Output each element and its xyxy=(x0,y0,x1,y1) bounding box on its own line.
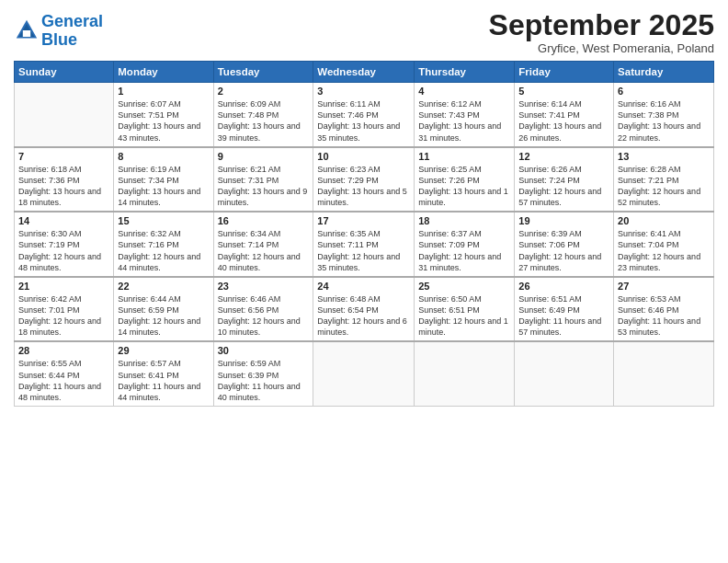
calendar-cell xyxy=(515,341,614,406)
day-number: 8 xyxy=(118,151,209,162)
day-info: Sunrise: 6:26 AMSunset: 7:24 PMDaylight:… xyxy=(518,164,609,209)
day-number: 12 xyxy=(518,151,609,162)
day-info: Sunrise: 6:28 AMSunset: 7:21 PMDaylight:… xyxy=(618,164,710,209)
weekday-header-saturday: Saturday xyxy=(614,62,714,83)
day-number: 17 xyxy=(317,215,410,226)
day-info: Sunrise: 6:09 AMSunset: 7:48 PMDaylight:… xyxy=(218,98,310,144)
day-info: Sunrise: 6:46 AMSunset: 6:56 PMDaylight:… xyxy=(218,293,310,339)
calendar-cell: 6Sunrise: 6:16 AMSunset: 7:38 PMDaylight… xyxy=(614,83,714,147)
calendar-cell xyxy=(15,83,114,147)
day-info: Sunrise: 6:12 AMSunset: 7:43 PMDaylight:… xyxy=(418,98,510,144)
calendar-cell: 15Sunrise: 6:32 AMSunset: 7:16 PMDayligh… xyxy=(114,212,213,277)
calendar-cell: 26Sunrise: 6:51 AMSunset: 6:49 PMDayligh… xyxy=(515,277,614,342)
calendar-cell: 5Sunrise: 6:14 AMSunset: 7:41 PMDaylight… xyxy=(515,83,614,147)
day-number: 11 xyxy=(418,151,510,162)
calendar-cell: 11Sunrise: 6:25 AMSunset: 7:26 PMDayligh… xyxy=(415,147,515,213)
calendar-cell: 2Sunrise: 6:09 AMSunset: 7:48 PMDaylight… xyxy=(213,83,313,147)
day-info: Sunrise: 6:30 AMSunset: 7:19 PMDaylight:… xyxy=(18,228,109,273)
calendar-week-row: 1Sunrise: 6:07 AMSunset: 7:51 PMDaylight… xyxy=(15,83,714,147)
calendar-cell: 20Sunrise: 6:41 AMSunset: 7:04 PMDayligh… xyxy=(614,212,714,277)
calendar-cell: 24Sunrise: 6:48 AMSunset: 6:54 PMDayligh… xyxy=(313,277,415,342)
calendar: SundayMondayTuesdayWednesdayThursdayFrid… xyxy=(14,61,714,407)
calendar-cell xyxy=(614,341,714,406)
day-info: Sunrise: 6:39 AMSunset: 7:06 PMDaylight:… xyxy=(518,228,609,273)
day-number: 6 xyxy=(618,86,710,97)
day-number: 1 xyxy=(118,86,209,97)
day-number: 28 xyxy=(18,345,109,356)
calendar-week-row: 7Sunrise: 6:18 AMSunset: 7:36 PMDaylight… xyxy=(15,147,714,213)
weekday-header-wednesday: Wednesday xyxy=(313,62,415,83)
day-info: Sunrise: 6:07 AMSunset: 7:51 PMDaylight:… xyxy=(118,98,209,144)
day-info: Sunrise: 6:42 AMSunset: 7:01 PMDaylight:… xyxy=(18,293,109,339)
logo-icon xyxy=(14,17,40,43)
day-number: 4 xyxy=(418,86,510,97)
calendar-cell: 14Sunrise: 6:30 AMSunset: 7:19 PMDayligh… xyxy=(15,212,114,277)
day-number: 7 xyxy=(18,151,109,162)
day-number: 18 xyxy=(418,215,510,226)
day-info: Sunrise: 6:53 AMSunset: 6:46 PMDaylight:… xyxy=(618,293,710,339)
calendar-cell: 18Sunrise: 6:37 AMSunset: 7:09 PMDayligh… xyxy=(415,212,515,277)
day-info: Sunrise: 6:41 AMSunset: 7:04 PMDaylight:… xyxy=(618,228,710,273)
day-info: Sunrise: 6:35 AMSunset: 7:11 PMDaylight:… xyxy=(317,228,410,273)
day-number: 30 xyxy=(218,345,310,356)
day-info: Sunrise: 6:55 AMSunset: 6:44 PMDaylight:… xyxy=(18,358,109,403)
day-number: 5 xyxy=(518,86,609,97)
calendar-cell: 28Sunrise: 6:55 AMSunset: 6:44 PMDayligh… xyxy=(15,341,114,406)
day-number: 16 xyxy=(218,215,310,226)
calendar-cell: 8Sunrise: 6:19 AMSunset: 7:34 PMDaylight… xyxy=(114,147,213,213)
day-number: 27 xyxy=(618,281,710,292)
day-number: 26 xyxy=(518,281,609,292)
calendar-cell: 19Sunrise: 6:39 AMSunset: 7:06 PMDayligh… xyxy=(515,212,614,277)
day-info: Sunrise: 6:59 AMSunset: 6:39 PMDaylight:… xyxy=(218,358,310,403)
header: General Blue September 2025 Gryfice, Wes… xyxy=(14,9,714,55)
day-info: Sunrise: 6:16 AMSunset: 7:38 PMDaylight:… xyxy=(618,98,710,144)
calendar-cell: 21Sunrise: 6:42 AMSunset: 7:01 PMDayligh… xyxy=(15,277,114,342)
day-number: 22 xyxy=(118,281,209,292)
weekday-header-thursday: Thursday xyxy=(415,62,515,83)
day-number: 2 xyxy=(218,86,310,97)
calendar-cell: 10Sunrise: 6:23 AMSunset: 7:29 PMDayligh… xyxy=(313,147,415,213)
day-info: Sunrise: 6:25 AMSunset: 7:26 PMDaylight:… xyxy=(418,164,510,209)
day-info: Sunrise: 6:19 AMSunset: 7:34 PMDaylight:… xyxy=(118,164,209,209)
day-info: Sunrise: 6:48 AMSunset: 6:54 PMDaylight:… xyxy=(317,293,410,339)
weekday-header-sunday: Sunday xyxy=(15,62,114,83)
calendar-week-row: 28Sunrise: 6:55 AMSunset: 6:44 PMDayligh… xyxy=(15,341,714,406)
title-section: September 2025 Gryfice, West Pomerania, … xyxy=(489,9,714,55)
day-number: 21 xyxy=(18,281,109,292)
weekday-header-friday: Friday xyxy=(515,62,614,83)
logo: General Blue xyxy=(14,13,103,50)
day-number: 13 xyxy=(618,151,710,162)
day-number: 10 xyxy=(317,151,410,162)
day-info: Sunrise: 6:11 AMSunset: 7:46 PMDaylight:… xyxy=(317,98,410,144)
calendar-cell: 12Sunrise: 6:26 AMSunset: 7:24 PMDayligh… xyxy=(515,147,614,213)
calendar-cell: 16Sunrise: 6:34 AMSunset: 7:14 PMDayligh… xyxy=(213,212,313,277)
day-number: 25 xyxy=(418,281,510,292)
day-info: Sunrise: 6:14 AMSunset: 7:41 PMDaylight:… xyxy=(518,98,609,144)
logo-text: General Blue xyxy=(41,13,103,50)
calendar-cell: 7Sunrise: 6:18 AMSunset: 7:36 PMDaylight… xyxy=(15,147,114,213)
calendar-cell: 9Sunrise: 6:21 AMSunset: 7:31 PMDaylight… xyxy=(213,147,313,213)
month-title: September 2025 xyxy=(489,9,714,41)
day-info: Sunrise: 6:57 AMSunset: 6:41 PMDaylight:… xyxy=(118,358,209,403)
calendar-cell: 3Sunrise: 6:11 AMSunset: 7:46 PMDaylight… xyxy=(313,83,415,147)
weekday-header-monday: Monday xyxy=(114,62,213,83)
day-number: 23 xyxy=(218,281,310,292)
calendar-cell: 1Sunrise: 6:07 AMSunset: 7:51 PMDaylight… xyxy=(114,83,213,147)
day-number: 24 xyxy=(317,281,410,292)
calendar-cell: 4Sunrise: 6:12 AMSunset: 7:43 PMDaylight… xyxy=(415,83,515,147)
calendar-cell: 25Sunrise: 6:50 AMSunset: 6:51 PMDayligh… xyxy=(415,277,515,342)
day-info: Sunrise: 6:23 AMSunset: 7:29 PMDaylight:… xyxy=(317,164,410,209)
calendar-week-row: 14Sunrise: 6:30 AMSunset: 7:19 PMDayligh… xyxy=(15,212,714,277)
day-number: 3 xyxy=(317,86,410,97)
day-info: Sunrise: 6:44 AMSunset: 6:59 PMDaylight:… xyxy=(118,293,209,339)
day-info: Sunrise: 6:18 AMSunset: 7:36 PMDaylight:… xyxy=(18,164,109,209)
page: General Blue September 2025 Gryfice, Wes… xyxy=(0,0,728,563)
svg-rect-2 xyxy=(23,30,30,37)
calendar-cell: 27Sunrise: 6:53 AMSunset: 6:46 PMDayligh… xyxy=(614,277,714,342)
day-info: Sunrise: 6:50 AMSunset: 6:51 PMDaylight:… xyxy=(418,293,510,339)
day-info: Sunrise: 6:21 AMSunset: 7:31 PMDaylight:… xyxy=(218,164,310,209)
day-info: Sunrise: 6:51 AMSunset: 6:49 PMDaylight:… xyxy=(518,293,609,339)
subtitle: Gryfice, West Pomerania, Poland xyxy=(489,41,714,55)
day-number: 29 xyxy=(118,345,209,356)
calendar-cell: 22Sunrise: 6:44 AMSunset: 6:59 PMDayligh… xyxy=(114,277,213,342)
